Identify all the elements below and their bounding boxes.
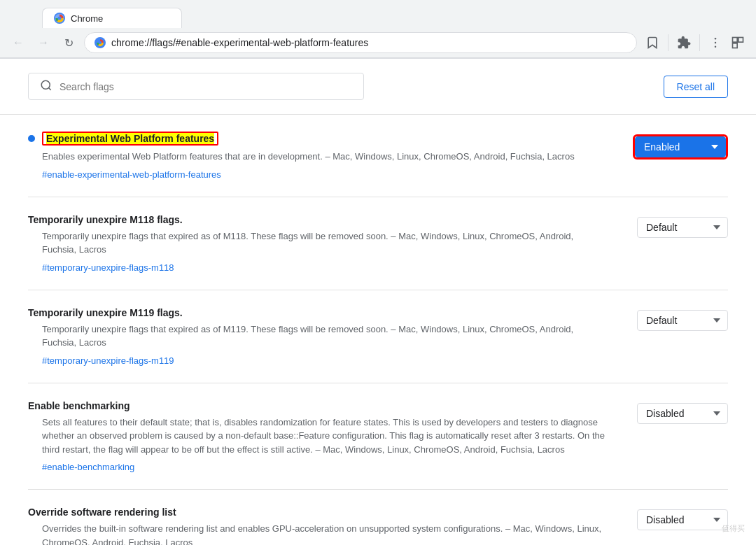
flag-link-2[interactable]: #temporary-unexpire-flags-m119 bbox=[28, 355, 174, 366]
flag-item-experimental: Experimental Web Platform features Enabl… bbox=[28, 115, 728, 197]
address-text: chrome://flags/#enable-experimental-web-… bbox=[111, 37, 626, 48]
flag-link-1[interactable]: #temporary-unexpire-flags-m118 bbox=[28, 262, 174, 273]
browser-chrome: Chrome ← → ↻ chrome://flags/#enable-expe… bbox=[0, 0, 756, 59]
flag-title-highlight-box: Experimental Web Platform features bbox=[42, 132, 218, 146]
flag-title-row-2: Temporarily unexpire M119 flags. bbox=[28, 307, 609, 318]
flag-select-4[interactable]: Disabled Default Enabled bbox=[637, 509, 728, 530]
flag-title-3: Enable benchmarking bbox=[28, 400, 130, 411]
svg-point-5 bbox=[715, 46, 717, 48]
flag-title-0: Experimental Web Platform features bbox=[46, 133, 214, 144]
flag-title-row-1: Temporarily unexpire M118 flags. bbox=[28, 214, 609, 225]
flag-info-benchmarking: Enable benchmarking Sets all features to… bbox=[28, 400, 609, 473]
svg-line-10 bbox=[48, 87, 50, 90]
address-bar[interactable]: chrome://flags/#enable-experimental-web-… bbox=[84, 32, 637, 53]
flag-control-1: Default Enabled Disabled bbox=[637, 217, 728, 238]
tab-bar: Chrome bbox=[0, 0, 756, 28]
address-favicon bbox=[94, 37, 106, 48]
flag-description-0: Enables experimental Web Platform featur… bbox=[28, 150, 605, 164]
flag-select-1[interactable]: Default Enabled Disabled bbox=[637, 217, 728, 238]
flag-info-rendering: Override software rendering list Overrid… bbox=[28, 507, 609, 545]
active-tab[interactable]: Chrome bbox=[42, 8, 182, 28]
reset-all-button[interactable]: Reset all bbox=[664, 76, 728, 98]
svg-point-1 bbox=[57, 16, 61, 20]
flag-description-1: Temporarily unexpire flags that expired … bbox=[28, 229, 609, 257]
search-icon bbox=[40, 79, 52, 94]
bookmark-button[interactable] bbox=[643, 33, 662, 52]
forward-button[interactable]: → bbox=[34, 33, 53, 52]
flag-info-experimental: Experimental Web Platform features Enabl… bbox=[28, 132, 605, 180]
flag-title-2: Temporarily unexpire M119 flags. bbox=[28, 307, 183, 318]
flag-info-m118: Temporarily unexpire M118 flags. Tempora… bbox=[28, 214, 609, 273]
search-wrapper[interactable] bbox=[28, 73, 364, 100]
tab-favicon bbox=[54, 13, 65, 24]
divider2 bbox=[699, 34, 700, 51]
svg-point-4 bbox=[715, 42, 717, 44]
flag-select-3[interactable]: Disabled Default Enabled bbox=[637, 403, 728, 424]
flag-control-0: Enabled Default Disabled bbox=[633, 134, 728, 160]
extensions-button[interactable] bbox=[674, 33, 694, 52]
flag-link-3[interactable]: #enable-benchmarking bbox=[28, 462, 134, 472]
flag-item-m118: Temporarily unexpire M118 flags. Tempora… bbox=[28, 197, 728, 290]
flag-description-2: Temporarily unexpire flags that expired … bbox=[28, 323, 609, 350]
tab-strip-button[interactable] bbox=[728, 33, 748, 52]
flag-select-0[interactable]: Enabled Default Disabled bbox=[635, 136, 726, 157]
back-button[interactable]: ← bbox=[8, 33, 28, 52]
svg-rect-6 bbox=[733, 38, 738, 43]
svg-point-3 bbox=[715, 38, 717, 40]
flag-info-m119: Temporarily unexpire M119 flags. Tempora… bbox=[28, 307, 609, 366]
flag-select-2[interactable]: Default Enabled Disabled bbox=[637, 310, 728, 331]
search-input[interactable] bbox=[59, 81, 352, 92]
search-bar-area: Reset all bbox=[0, 59, 756, 115]
svg-point-9 bbox=[41, 80, 50, 89]
flag-control-3: Disabled Default Enabled bbox=[637, 403, 728, 424]
flag-control-2: Default Enabled Disabled bbox=[637, 310, 728, 331]
flag-item-m119: Temporarily unexpire M119 flags. Tempora… bbox=[28, 290, 728, 383]
watermark: 值得买 bbox=[722, 523, 745, 534]
flags-container: Reset all Experimental Web Platform feat… bbox=[0, 59, 756, 545]
divider bbox=[668, 34, 668, 51]
svg-point-2 bbox=[99, 41, 102, 44]
flag-title-4: Override software rendering list bbox=[28, 507, 176, 518]
nav-bar: ← → ↻ chrome://flags/#enable-experimenta… bbox=[0, 28, 756, 58]
flag-title-row-3: Enable benchmarking bbox=[28, 400, 609, 411]
flag-description-3: Sets all features to their default state… bbox=[28, 416, 609, 457]
svg-rect-7 bbox=[738, 38, 743, 43]
flag-link-0[interactable]: #enable-experimental-web-platform-featur… bbox=[28, 169, 221, 180]
svg-rect-8 bbox=[733, 43, 738, 48]
flag-item-rendering: Override software rendering list Overrid… bbox=[28, 490, 728, 545]
reload-button[interactable]: ↻ bbox=[59, 33, 78, 52]
flag-title-row-0: Experimental Web Platform features bbox=[28, 132, 605, 146]
flag-dot-0 bbox=[28, 135, 35, 142]
flag-control-4: Disabled Default Enabled bbox=[637, 509, 728, 530]
flag-title-1: Temporarily unexpire M118 flags. bbox=[28, 214, 183, 225]
flag-title-row-4: Override software rendering list bbox=[28, 507, 609, 518]
nav-icons bbox=[643, 33, 748, 52]
tab-title: Chrome bbox=[71, 13, 170, 24]
flag-item-benchmarking: Enable benchmarking Sets all features to… bbox=[28, 383, 728, 490]
flag-description-4: Overrides the built-in software renderin… bbox=[28, 522, 609, 545]
enabled-highlight-box: Enabled Default Disabled bbox=[633, 134, 728, 160]
flags-list: Experimental Web Platform features Enabl… bbox=[0, 115, 756, 545]
menu-button[interactable] bbox=[706, 33, 725, 52]
